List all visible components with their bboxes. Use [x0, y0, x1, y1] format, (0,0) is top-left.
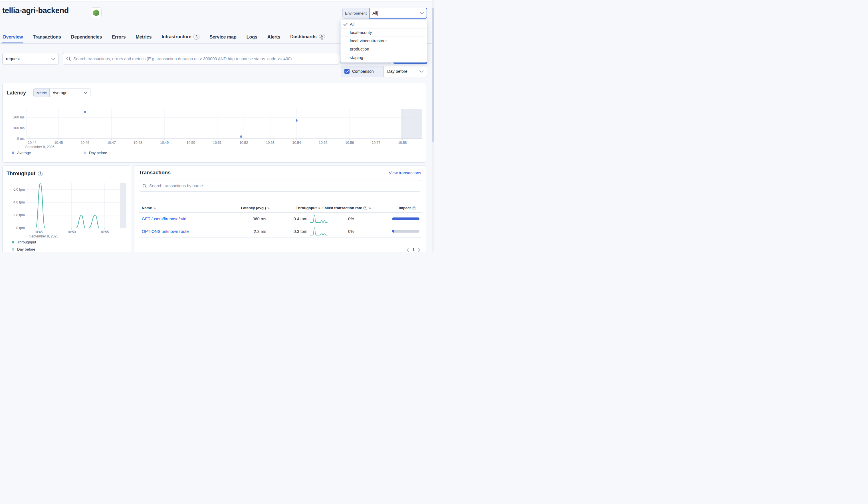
svg-text:0 ms: 0 ms: [17, 137, 24, 141]
legend-item-day-before[interactable]: Day before: [84, 151, 107, 155]
tab-alerts[interactable]: Alerts: [267, 34, 280, 43]
svg-text:10:55: 10:55: [319, 141, 327, 145]
tab-metrics[interactable]: Metrics: [135, 34, 152, 43]
svg-text:10:48: 10:48: [134, 141, 142, 145]
svg-text:10:57: 10:57: [372, 141, 380, 145]
search-icon: [142, 184, 147, 188]
throughput-value: 0.3 tpm: [293, 229, 307, 234]
svg-text:10:56: 10:56: [345, 141, 354, 145]
top-divider: [0, 0, 434, 1]
next-page-icon[interactable]: [418, 248, 421, 252]
tab-transactions[interactable]: Transactions: [32, 34, 61, 43]
environment-label: Environment: [342, 8, 369, 19]
tab-service-map[interactable]: Service map: [209, 34, 237, 43]
scrollbar[interactable]: [432, 0, 434, 252]
throughput-panel: Throughput ? 0 tpm2.0 tpm4.0 tpm6.0 tpm1…: [2, 165, 131, 252]
column-header-throughput[interactable]: Throughput⇅: [275, 206, 329, 210]
beta-badge: β: [194, 34, 199, 40]
svg-text:10:46: 10:46: [81, 141, 89, 145]
tab-logs[interactable]: Logs: [246, 34, 258, 43]
svg-text:10:45: 10:45: [54, 141, 63, 145]
latency-chart[interactable]: 10:4410:4510:4610:4710:4810:4910:5010:51…: [9, 107, 424, 151]
svg-text:10:45: 10:45: [34, 230, 42, 234]
throughput-sparkline: [310, 214, 328, 224]
tab-overview[interactable]: Overview: [2, 34, 23, 43]
environment-filter: Environment All: [342, 8, 427, 19]
help-icon: ?: [363, 206, 367, 210]
legend-item-throughput[interactable]: Throughput: [12, 240, 36, 244]
svg-text:September 8, 2025: September 8, 2025: [29, 234, 58, 238]
column-header-latency[interactable]: Latency (avg.)⇅: [235, 206, 275, 210]
latency-metric-select[interactable]: Metric Average: [33, 88, 91, 97]
svg-text:100 ms: 100 ms: [13, 126, 24, 130]
sort-icon: ⇅: [368, 206, 371, 210]
transactions-search-input[interactable]: [147, 181, 418, 191]
environment-combobox[interactable]: All: [369, 8, 427, 19]
help-icon[interactable]: ?: [38, 172, 42, 176]
chevron-down-icon: [420, 12, 424, 14]
comparison-period-select[interactable]: Day before: [384, 66, 427, 77]
legend-item-average[interactable]: Average: [12, 151, 31, 155]
svg-text:10:50: 10:50: [187, 141, 195, 145]
environment-option-local-acouty[interactable]: local-acouty: [341, 29, 427, 37]
svg-text:2.0 tpm: 2.0 tpm: [13, 213, 25, 217]
svg-text:September 8, 2025: September 8, 2025: [25, 145, 54, 149]
legend-dot: [12, 248, 14, 250]
view-transactions-link[interactable]: View transactions: [389, 171, 421, 175]
kql-search-input[interactable]: [71, 53, 336, 64]
environment-option-staging[interactable]: staging: [341, 53, 427, 62]
tab-errors[interactable]: Errors: [112, 34, 126, 43]
latency-value: 2.3 ms: [235, 229, 275, 234]
sort-icon: ⇅: [267, 206, 270, 210]
throughput-chart[interactable]: 0 tpm2.0 tpm4.0 tpm6.0 tpm10:4510:5010:5…: [9, 183, 131, 240]
sort-desc-icon: ↓: [417, 206, 419, 210]
environment-option-local-vincenttrastour[interactable]: local-vincenttrastour: [341, 37, 427, 45]
chevron-down-icon: [84, 92, 87, 94]
table-row: GET /users/firebase/:uid 360 ms 0.4 tpm …: [139, 213, 422, 225]
throughput-sparkline: [310, 227, 328, 236]
legend-dot: [84, 152, 86, 154]
chevron-down-icon: [51, 58, 55, 60]
pagination: 1: [406, 247, 421, 252]
column-header-failed-rate[interactable]: Failed transaction rate?⇅: [329, 206, 373, 210]
transaction-link[interactable]: OPTIONS unknown route: [139, 229, 235, 234]
svg-text:10:49: 10:49: [160, 141, 169, 145]
comparison-toggle[interactable]: Comparison: [341, 66, 384, 77]
nodejs-icon: [93, 9, 100, 17]
environment-option-all[interactable]: All: [341, 20, 427, 29]
svg-text:10:54: 10:54: [292, 141, 301, 145]
scrollbar-thumb[interactable]: [432, 8, 434, 142]
previous-page-icon[interactable]: [406, 248, 409, 252]
chevron-down-icon: [420, 70, 423, 72]
check-icon: [343, 23, 350, 26]
environment-options-popover: All local-acouty local-vincenttrastour p…: [340, 19, 427, 62]
svg-text:10:50: 10:50: [67, 230, 76, 234]
transactions-panel: Transactions View transactions Name⇅ Lat…: [134, 165, 426, 252]
tab-infrastructure[interactable]: Infrastructureβ: [161, 34, 200, 43]
transactions-search-bar: [139, 180, 421, 192]
search-icon: [66, 56, 71, 61]
transactions-table: Name⇅ Latency (avg.)⇅ Throughput⇅ Failed…: [139, 204, 422, 238]
svg-text:10:51: 10:51: [213, 141, 221, 145]
svg-text:10:53: 10:53: [266, 141, 275, 145]
environment-value: All: [372, 11, 377, 16]
page-number[interactable]: 1: [412, 247, 415, 252]
text-cursor: [378, 11, 378, 16]
transaction-link[interactable]: GET /users/firebase/:uid: [139, 217, 235, 221]
column-header-impact[interactable]: Impact?↓: [373, 206, 422, 210]
svg-text:10:58: 10:58: [398, 141, 406, 145]
legend-item-day-before[interactable]: Day before: [12, 247, 35, 251]
latency-value: 360 ms: [235, 217, 275, 221]
transaction-type-select[interactable]: request: [2, 53, 59, 64]
svg-text:0 tpm: 0 tpm: [16, 226, 25, 230]
impact-bar: [373, 230, 422, 233]
tab-dashboards[interactable]: Dashboards: [290, 34, 325, 43]
column-header-name[interactable]: Name⇅: [139, 206, 235, 210]
svg-text:10:52: 10:52: [239, 141, 248, 145]
technical-preview-flask-icon: [319, 34, 325, 40]
environment-option-production[interactable]: production: [341, 45, 427, 53]
legend-dot: [12, 241, 14, 244]
comparison-checkbox[interactable]: [344, 69, 350, 74]
failed-rate-value: 0%: [329, 229, 373, 234]
tab-dependencies[interactable]: Dependencies: [71, 34, 102, 43]
